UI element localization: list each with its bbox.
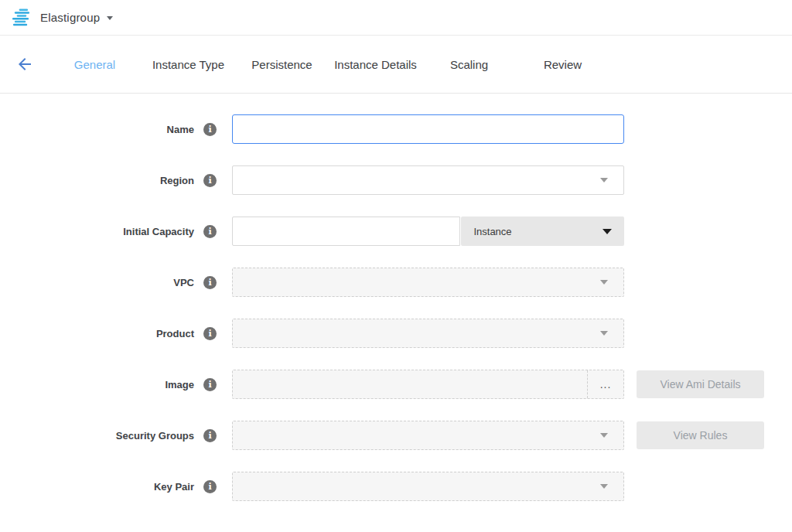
form-row-key-pair: Key Pair i [0, 472, 792, 501]
capacity-unit-select[interactable]: Instance [461, 217, 624, 246]
chevron-down-icon [600, 484, 608, 489]
chevron-down-icon [600, 433, 608, 438]
vpc-label: VPC [173, 277, 194, 288]
form-row-vpc: VPC i [0, 268, 792, 297]
form-row-product: Product i [0, 319, 792, 348]
tab-general[interactable]: General [48, 58, 142, 71]
wizard-tab-bar: General Instance Type Persistence Instan… [0, 36, 792, 94]
chevron-down-icon [600, 178, 608, 182]
info-icon[interactable]: i [203, 225, 217, 238]
product-label: Product [156, 328, 194, 339]
image-browse-button: ... [587, 370, 623, 398]
elastigroup-logo-icon [11, 9, 32, 27]
info-icon[interactable]: i [203, 327, 217, 340]
form-row-initial-capacity: Initial Capacity i Instance [0, 217, 792, 246]
arrow-left-icon [15, 55, 34, 73]
image-input [233, 370, 587, 398]
info-icon[interactable]: i [203, 480, 217, 493]
region-select[interactable] [232, 165, 624, 195]
back-button[interactable] [14, 53, 36, 75]
image-field: ... [232, 370, 624, 399]
info-icon[interactable]: i [203, 429, 217, 442]
app-bar: Elastigroup [0, 0, 792, 36]
chevron-down-icon [107, 16, 113, 20]
info-icon[interactable]: i [203, 276, 217, 289]
form-row-image: Image i ... View Ami Details [0, 370, 792, 399]
vpc-select [232, 268, 624, 297]
capacity-unit-value: Instance [473, 226, 511, 237]
form-row-region: Region i [0, 165, 792, 195]
key-pair-select [232, 472, 624, 501]
chevron-down-icon [603, 229, 612, 234]
info-icon[interactable]: i [203, 123, 217, 136]
info-icon[interactable]: i [203, 378, 217, 391]
initial-capacity-input[interactable] [232, 217, 460, 246]
tab-instance-details[interactable]: Instance Details [329, 58, 422, 71]
security-groups-select [232, 421, 624, 450]
view-ami-details-button: View Ami Details [637, 370, 764, 398]
product-select [232, 319, 624, 348]
product-switcher[interactable]: Elastigroup [11, 9, 113, 27]
chevron-down-icon [600, 331, 608, 336]
app-title: Elastigroup [40, 11, 100, 24]
security-groups-label: Security Groups [116, 430, 194, 442]
form-row-security-groups: Security Groups i View Rules [0, 421, 792, 450]
initial-capacity-label: Initial Capacity [123, 226, 194, 237]
view-rules-button: View Rules [637, 421, 764, 449]
region-label: Region [160, 175, 194, 186]
tab-scaling[interactable]: Scaling [422, 58, 516, 71]
key-pair-label: Key Pair [154, 481, 194, 493]
general-settings-form: Name i Region i Initial Capacity i Insta… [0, 94, 792, 501]
tab-instance-type[interactable]: Instance Type [142, 58, 235, 71]
tab-review[interactable]: Review [516, 58, 609, 71]
wizard-tabs: General Instance Type Persistence Instan… [48, 58, 609, 71]
image-label: Image [165, 379, 194, 390]
tab-persistence[interactable]: Persistence [235, 58, 329, 71]
name-label: Name [167, 124, 194, 135]
info-icon[interactable]: i [203, 174, 217, 187]
form-row-name: Name i [0, 114, 792, 144]
chevron-down-icon [600, 280, 608, 285]
name-input[interactable] [232, 114, 624, 144]
